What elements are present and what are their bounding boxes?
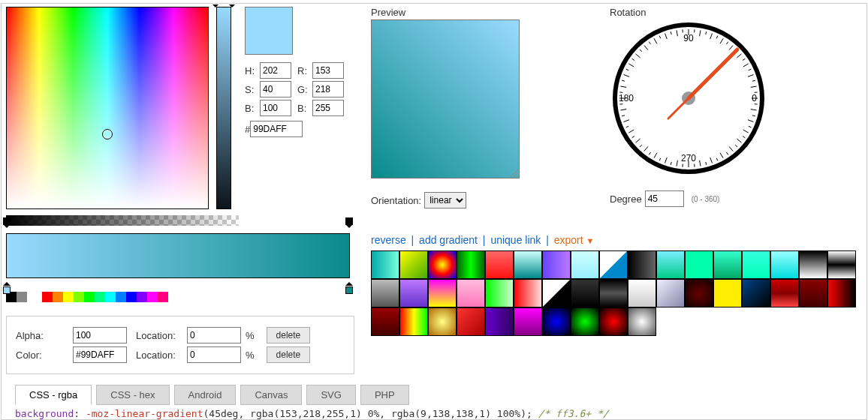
preset-swatch[interactable] — [514, 250, 542, 279]
palette-swatch[interactable] — [137, 292, 147, 302]
tab-canvas[interactable]: Canvas — [240, 385, 302, 405]
palette-swatch[interactable] — [53, 292, 63, 302]
preset-swatch[interactable] — [827, 279, 856, 308]
add-gradient-link[interactable]: add gradient — [419, 234, 478, 246]
palette-swatch[interactable] — [147, 292, 158, 302]
blue-input[interactable] — [312, 100, 344, 116]
preset-swatch[interactable] — [770, 250, 799, 279]
delete-color-stop-button[interactable]: delete — [267, 346, 311, 363]
preset-swatch[interactable] — [457, 308, 485, 336]
preset-swatch[interactable] — [571, 250, 599, 279]
preset-swatch[interactable] — [428, 279, 457, 308]
palette-swatch[interactable] — [84, 292, 95, 302]
preset-swatch[interactable] — [399, 250, 428, 279]
sv-cursor[interactable] — [102, 129, 113, 140]
s-input[interactable] — [260, 81, 291, 98]
preset-swatch[interactable] — [770, 279, 799, 308]
alpha-location-input[interactable] — [187, 327, 241, 344]
preset-swatch[interactable] — [399, 308, 428, 336]
resize-grip-icon[interactable] — [511, 170, 518, 177]
preset-swatch[interactable] — [799, 250, 827, 279]
alpha-input[interactable] — [73, 327, 127, 344]
tab-svg[interactable]: SVG — [306, 385, 355, 405]
preset-swatch[interactable] — [799, 279, 827, 308]
preset-swatch[interactable] — [571, 308, 599, 336]
dial-270: 270 — [681, 153, 696, 164]
hex-input[interactable] — [250, 121, 303, 137]
preset-swatch[interactable] — [827, 250, 856, 279]
palette-swatch[interactable] — [116, 292, 126, 302]
sv-color-picker[interactable] — [6, 7, 209, 209]
preset-swatch[interactable] — [742, 250, 770, 279]
lightness-slider[interactable] — [216, 7, 231, 209]
orientation-label: Orientation: — [371, 195, 421, 206]
slider-handle-icon[interactable] — [229, 4, 235, 10]
r-input[interactable] — [312, 62, 344, 79]
g-input[interactable] — [312, 81, 344, 98]
palette-swatch[interactable] — [17, 292, 27, 302]
color-location-input[interactable] — [187, 346, 241, 363]
preset-swatch[interactable] — [685, 250, 713, 279]
preset-swatch[interactable] — [542, 308, 571, 336]
preset-swatch[interactable] — [599, 279, 628, 308]
palette-swatch[interactable] — [74, 292, 84, 302]
tab-php[interactable]: PHP — [360, 385, 409, 405]
delete-alpha-stop-button[interactable]: delete — [267, 327, 311, 344]
preset-swatch[interactable] — [571, 279, 599, 308]
preset-swatch[interactable] — [457, 250, 485, 279]
reverse-link[interactable]: reverse — [371, 234, 406, 246]
preset-swatch[interactable] — [599, 250, 628, 279]
color-stop-end[interactable] — [345, 278, 353, 287]
preset-swatch[interactable] — [399, 279, 428, 308]
opacity-stop-start[interactable] — [3, 224, 11, 233]
preset-swatch[interactable] — [542, 250, 571, 279]
orientation-select[interactable]: linear — [424, 192, 466, 208]
preset-swatch[interactable] — [685, 279, 713, 308]
caret-down-icon[interactable]: ▼ — [586, 236, 595, 245]
preset-swatch[interactable] — [542, 279, 571, 308]
palette-swatch[interactable] — [158, 292, 168, 302]
preset-swatch[interactable] — [457, 279, 485, 308]
preset-swatch[interactable] — [628, 279, 656, 308]
tab-css-rgba[interactable]: CSS - rgba — [15, 385, 92, 405]
opacity-stop-end[interactable] — [345, 224, 353, 233]
preset-swatch[interactable] — [428, 308, 457, 336]
preset-swatch[interactable] — [628, 250, 656, 279]
location-label: Location: — [136, 330, 182, 341]
preset-swatch[interactable] — [485, 308, 514, 336]
degree-input[interactable] — [645, 190, 684, 207]
preset-swatch[interactable] — [628, 308, 656, 336]
preset-swatch[interactable] — [742, 279, 770, 308]
preset-swatch[interactable] — [371, 250, 399, 279]
preset-swatch[interactable] — [656, 250, 685, 279]
b-input[interactable] — [260, 100, 291, 116]
alpha-slider[interactable] — [6, 215, 239, 226]
h-input[interactable] — [260, 62, 291, 79]
preset-swatch[interactable] — [656, 279, 685, 308]
preset-swatch[interactable] — [428, 250, 457, 279]
rotation-dial[interactable]: 90 0 270 180 — [610, 20, 767, 177]
palette-swatch[interactable] — [42, 292, 53, 302]
color-input[interactable] — [73, 346, 127, 363]
preset-swatch[interactable] — [485, 250, 514, 279]
preset-swatch[interactable] — [514, 308, 542, 336]
tab-css-hex[interactable]: CSS - hex — [96, 385, 169, 405]
g-label: G: — [297, 84, 312, 95]
tab-android[interactable]: Android — [174, 385, 237, 405]
preset-swatch[interactable] — [371, 308, 399, 336]
gradient-editor[interactable] — [6, 233, 350, 278]
palette-swatch[interactable] — [95, 292, 105, 302]
palette-swatch[interactable] — [105, 292, 116, 302]
preset-swatch[interactable] — [713, 279, 742, 308]
palette-swatch[interactable] — [63, 292, 74, 302]
preset-swatch[interactable] — [371, 279, 399, 308]
preset-swatch[interactable] — [485, 279, 514, 308]
unique-link[interactable]: unique link — [490, 234, 541, 246]
palette-swatch[interactable] — [126, 292, 137, 302]
preset-swatch[interactable] — [713, 250, 742, 279]
color-stop-start[interactable] — [3, 278, 11, 287]
slider-handle-icon[interactable] — [212, 4, 219, 10]
export-link[interactable]: export — [554, 234, 583, 246]
preset-swatch[interactable] — [514, 279, 542, 308]
preset-swatch[interactable] — [599, 308, 628, 336]
